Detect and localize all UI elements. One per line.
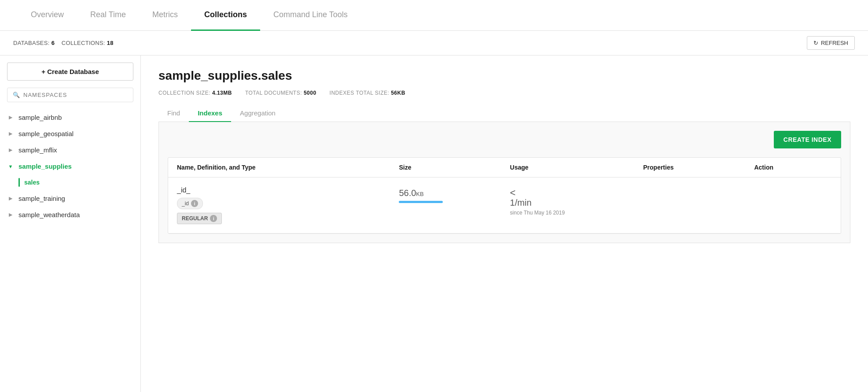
size-bar-wrap bbox=[399, 201, 510, 203]
table-row: _id_ _id i REGULAR i bbox=[168, 178, 841, 233]
field-info-icon[interactable]: i bbox=[191, 200, 198, 207]
refresh-label: REFRESH bbox=[821, 40, 848, 46]
collection-title: sample_supplies.sales bbox=[158, 69, 850, 83]
index-field-badge: _id i bbox=[177, 198, 203, 209]
top-navigation: Overview Real Time Metrics Collections C… bbox=[0, 0, 868, 31]
collection-size-label: COLLECTION SIZE: 4.13MB bbox=[158, 90, 232, 96]
size-value: 56.0 bbox=[399, 188, 416, 198]
sidebar-item-sample-mflix[interactable]: ▶ sample_mflix bbox=[0, 142, 140, 158]
tab-aggregation[interactable]: Aggregation bbox=[231, 105, 284, 122]
databases-label: DATABASES: bbox=[13, 40, 50, 46]
db-label: sample_training bbox=[18, 195, 65, 202]
tab-commandline[interactable]: Command Line Tools bbox=[260, 0, 361, 31]
tab-find[interactable]: Find bbox=[158, 105, 189, 122]
namespace-search-box[interactable]: 🔍 bbox=[7, 88, 133, 102]
stats-text: DATABASES: 6 COLLECTIONS: 18 bbox=[13, 40, 114, 46]
db-label: sample_geospatial bbox=[18, 130, 74, 137]
db-label: sample_weatherdata bbox=[18, 211, 80, 218]
col-header-size: Size bbox=[399, 164, 510, 171]
index-table: Name, Definition, and Type Size Usage Pr… bbox=[168, 157, 841, 234]
usage-rate: 1/min bbox=[510, 198, 644, 208]
usage-less-than: < bbox=[510, 188, 644, 198]
databases-count: 6 bbox=[51, 40, 55, 46]
sidebar: + Create Database 🔍 ▶ sample_airbnb ▶ sa… bbox=[0, 55, 141, 392]
tab-metrics[interactable]: Metrics bbox=[139, 0, 191, 31]
index-name: _id_ bbox=[177, 186, 399, 194]
index-field: _id bbox=[182, 200, 189, 207]
indexes-panel: CREATE INDEX Name, Definition, and Type … bbox=[158, 122, 850, 243]
namespace-search-input[interactable] bbox=[23, 92, 128, 98]
chevron-right-icon: ▶ bbox=[7, 114, 14, 121]
search-icon: 🔍 bbox=[13, 92, 20, 98]
main-content: sample_supplies.sales COLLECTION SIZE: 4… bbox=[141, 55, 868, 392]
col-header-name: Name, Definition, and Type bbox=[177, 164, 399, 171]
stats-bar: DATABASES: 6 COLLECTIONS: 18 ↻ REFRESH bbox=[0, 31, 868, 55]
sidebar-item-sample-training[interactable]: ▶ sample_training bbox=[0, 190, 140, 207]
collections-count: 18 bbox=[107, 40, 114, 46]
refresh-button[interactable]: ↻ REFRESH bbox=[807, 36, 855, 50]
index-table-header: Name, Definition, and Type Size Usage Pr… bbox=[168, 158, 841, 178]
collection-size-value: 4.13MB bbox=[212, 90, 232, 96]
db-label: sample_airbnb bbox=[18, 114, 62, 121]
create-index-bar: CREATE INDEX bbox=[168, 131, 841, 148]
index-type: REGULAR bbox=[182, 215, 208, 222]
sidebar-item-sales[interactable]: sales bbox=[0, 174, 140, 190]
create-index-button[interactable]: CREATE INDEX bbox=[774, 131, 841, 148]
size-bar bbox=[399, 201, 443, 203]
collection-label: sales bbox=[24, 179, 40, 186]
index-size-column: 56.0KB bbox=[399, 186, 510, 203]
tab-indexes[interactable]: Indexes bbox=[189, 105, 231, 122]
chevron-right-icon: ▶ bbox=[7, 130, 14, 137]
sidebar-item-sample-supplies[interactable]: ▼ sample_supplies bbox=[0, 158, 140, 174]
tab-overview[interactable]: Overview bbox=[18, 0, 77, 31]
refresh-icon: ↻ bbox=[813, 40, 818, 46]
collections-label: COLLECTIONS: bbox=[62, 40, 105, 46]
index-type-badge: REGULAR i bbox=[177, 213, 222, 224]
tab-realtime[interactable]: Real Time bbox=[77, 0, 139, 31]
collection-metadata: COLLECTION SIZE: 4.13MB TOTAL DOCUMENTS:… bbox=[158, 90, 850, 96]
total-docs-label: TOTAL DOCUMENTS: 5000 bbox=[245, 90, 316, 96]
db-label: sample_supplies bbox=[18, 163, 72, 170]
col-header-action: Action bbox=[754, 164, 832, 171]
indexes-size-value: 56KB bbox=[391, 90, 405, 96]
size-unit: KB bbox=[416, 191, 423, 197]
sidebar-item-sample-weatherdata[interactable]: ▶ sample_weatherdata bbox=[0, 207, 140, 223]
chevron-right-icon: ▶ bbox=[7, 211, 14, 218]
sidebar-item-sample-airbnb[interactable]: ▶ sample_airbnb bbox=[0, 109, 140, 126]
indexes-size-label: INDEXES TOTAL SIZE: 56KB bbox=[330, 90, 405, 96]
db-label: sample_mflix bbox=[18, 146, 57, 154]
create-database-button[interactable]: + Create Database bbox=[7, 63, 133, 81]
chevron-right-icon: ▶ bbox=[7, 195, 14, 202]
chevron-down-icon: ▼ bbox=[7, 163, 14, 170]
col-header-properties: Properties bbox=[643, 164, 754, 171]
col-header-usage: Usage bbox=[510, 164, 644, 171]
type-info-icon[interactable]: i bbox=[210, 215, 217, 222]
main-layout: + Create Database 🔍 ▶ sample_airbnb ▶ sa… bbox=[0, 55, 868, 392]
total-docs-value: 5000 bbox=[304, 90, 316, 96]
sub-tabs: Find Indexes Aggregation bbox=[158, 105, 850, 122]
tab-collections[interactable]: Collections bbox=[191, 0, 260, 31]
index-name-column: _id_ _id i REGULAR i bbox=[177, 186, 399, 224]
active-indicator bbox=[18, 178, 20, 187]
sidebar-item-sample-geospatial[interactable]: ▶ sample_geospatial bbox=[0, 126, 140, 142]
index-usage-column: < 1/min since Thu May 16 2019 bbox=[510, 186, 644, 216]
chevron-right-icon: ▶ bbox=[7, 147, 14, 154]
usage-since: since Thu May 16 2019 bbox=[510, 210, 644, 216]
